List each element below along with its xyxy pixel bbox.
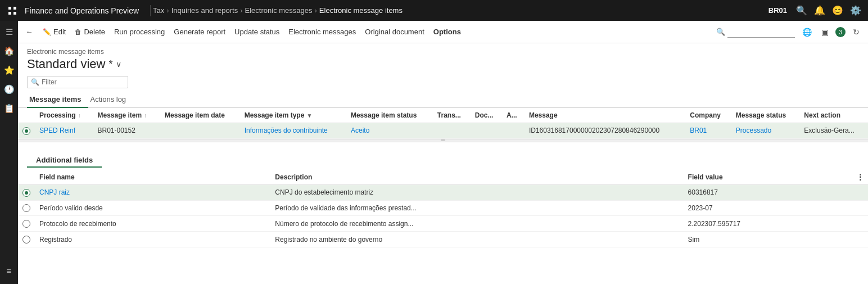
sidebar-modules-icon[interactable]: ≡ — [0, 262, 18, 280]
breadcrumb-inquiries[interactable]: Inquiries and reports — [171, 6, 238, 15]
additional-fields-title: Additional fields — [27, 151, 102, 168]
sidebar-favorites-icon[interactable]: ⭐ — [0, 61, 18, 79]
th-message-item-status[interactable]: Message item status — [346, 108, 433, 123]
sidebar-workspaces-icon[interactable]: 📋 — [0, 100, 18, 118]
th-message[interactable]: Message — [525, 108, 685, 123]
sort-messageitem-icon: ↑ — [144, 112, 147, 119]
af-field-value: Sim — [684, 232, 852, 247]
user-icon[interactable]: 😊 — [830, 3, 846, 19]
page-title-text: Standard view — [27, 57, 105, 71]
af-field-name-link[interactable]: CNPJ raiz — [39, 188, 70, 196]
main-table: Processing↑ Message item↑ Message item d… — [18, 108, 868, 139]
af-field-name: Registrado — [35, 232, 270, 247]
af-th-description[interactable]: Description — [270, 170, 683, 185]
af-table-row[interactable]: CNPJ raiz CNPJ do estabelecimento matriz… — [18, 184, 868, 200]
th-processing[interactable]: Processing↑ — [35, 108, 93, 123]
original-document-button[interactable]: Original document — [360, 25, 429, 38]
af-description: Período de validade das informações pres… — [270, 200, 683, 216]
filter-input[interactable] — [42, 78, 124, 86]
back-button[interactable]: ← — [22, 25, 36, 39]
electronic-messages-button[interactable]: Electronic messages — [284, 25, 360, 38]
search-icon[interactable]: 🔍 — [794, 3, 810, 19]
th-message-item-date[interactable]: Message item date — [160, 108, 240, 123]
th-message-item[interactable]: Message item↑ — [93, 108, 160, 123]
message-status-link[interactable]: Processado — [736, 127, 771, 134]
th-doc[interactable]: Doc... — [471, 108, 502, 123]
af-field-name: Período valido desde — [35, 200, 270, 216]
nav-divider — [150, 5, 151, 16]
refresh-icon[interactable]: ↻ — [849, 25, 864, 39]
tab-message-items[interactable]: Message items — [27, 91, 88, 108]
sidebar-home-icon[interactable]: 🏠 — [0, 42, 18, 60]
row-radio-cell[interactable] — [18, 123, 35, 139]
row-message-item-date — [160, 123, 240, 139]
message-item-status-link[interactable]: Aceito — [351, 127, 369, 134]
company-link[interactable]: BR01 — [690, 127, 707, 134]
action-search-input[interactable] — [727, 26, 795, 38]
af-radio-cell[interactable] — [18, 184, 35, 200]
layout-icon[interactable]: ▣ — [817, 25, 832, 39]
af-field-value: 2.202307.595717 — [684, 216, 852, 232]
af-extra — [852, 232, 868, 247]
row-next-action: Exclusão-Gera... — [799, 123, 868, 139]
filter-type-icon[interactable]: ▼ — [306, 112, 312, 119]
additional-fields-section: Additional fields Field name Description… — [18, 142, 868, 284]
main-content: ← ✏️ Edit 🗑 Delete Run processing Genera… — [18, 21, 868, 284]
af-radio-cell[interactable] — [18, 216, 35, 232]
message-item-type-link[interactable]: Informações do contribuinte — [245, 127, 328, 134]
delete-button[interactable]: 🗑 Delete — [70, 25, 110, 38]
sidebar-menu-icon[interactable]: ☰ — [0, 23, 18, 41]
svg-rect-1 — [13, 7, 16, 10]
af-th-fieldvalue[interactable]: Field value — [684, 170, 852, 185]
af-table-row[interactable]: Registrado Registrado no ambiente do gov… — [18, 232, 868, 247]
company-badge: BR01 — [764, 5, 792, 16]
update-status-button[interactable]: Update status — [230, 25, 284, 38]
page-title-asterisk: * — [108, 58, 112, 70]
page-header: Electronic message items Standard view *… — [18, 43, 868, 74]
action-search-icon: 🔍 — [716, 28, 725, 36]
row-doc — [471, 123, 502, 139]
options-button[interactable]: Options — [429, 25, 465, 38]
grid-icon[interactable] — [4, 0, 20, 21]
af-radio-circle — [22, 204, 30, 212]
row-a — [502, 123, 525, 139]
main-table-body: SPED Reinf BR01-00152 Informações do con… — [18, 123, 868, 139]
edit-icon: ✏️ — [43, 28, 51, 36]
action-right-icons: 🌐 ▣ 3 ↻ — [799, 25, 864, 39]
generate-report-button[interactable]: Generate report — [169, 25, 230, 38]
th-next-action[interactable]: Next action — [799, 108, 868, 123]
breadcrumb-messages[interactable]: Electronic messages — [245, 6, 313, 15]
notification-count-icon[interactable]: 3 — [835, 27, 846, 37]
row-message-item: BR01-00152 — [93, 123, 160, 139]
run-processing-button[interactable]: Run processing — [110, 25, 169, 38]
breadcrumb-tax[interactable]: Tax — [153, 6, 164, 15]
globe-icon[interactable]: 🌐 — [799, 25, 814, 39]
af-table-row[interactable]: Período valido desde Período de validade… — [18, 200, 868, 216]
tab-actions-log[interactable]: Actions log — [88, 91, 133, 108]
th-a[interactable]: A... — [502, 108, 525, 123]
bell-icon[interactable]: 🔔 — [812, 3, 828, 19]
af-radio-circle — [22, 236, 30, 244]
af-table-row[interactable]: Protocolo de recebimento Número de proto… — [18, 216, 868, 232]
af-description: CNPJ do estabelecimento matriz — [270, 184, 683, 200]
af-radio-cell[interactable] — [18, 232, 35, 247]
sidebar-recent-icon[interactable]: 🕐 — [0, 80, 18, 98]
af-field-value: 60316817 — [684, 184, 852, 200]
af-radio-circle — [22, 220, 30, 228]
top-right-icons: BR01 🔍 🔔 😊 ⚙️ — [764, 3, 864, 19]
main-table-container: Processing↑ Message item↑ Message item d… — [18, 108, 868, 139]
edit-button[interactable]: ✏️ Edit — [38, 25, 70, 38]
af-radio-cell[interactable] — [18, 200, 35, 216]
table-row[interactable]: SPED Reinf BR01-00152 Informações do con… — [18, 123, 868, 139]
processing-link[interactable]: SPED Reinf — [39, 127, 75, 134]
page-title-chevron[interactable]: ∨ — [116, 60, 121, 69]
th-message-item-type[interactable]: Message item type▼ — [240, 108, 346, 123]
top-nav: Finance and Operations Preview Tax › Inq… — [0, 0, 868, 21]
af-th-fieldname[interactable]: Field name — [35, 170, 270, 185]
af-th-radio — [18, 170, 35, 185]
page-breadcrumb: Electronic message items — [27, 48, 859, 56]
th-trans[interactable]: Trans... — [433, 108, 471, 123]
th-company[interactable]: Company — [685, 108, 731, 123]
th-message-status[interactable]: Message status — [731, 108, 800, 123]
settings-icon[interactable]: ⚙️ — [848, 3, 864, 19]
